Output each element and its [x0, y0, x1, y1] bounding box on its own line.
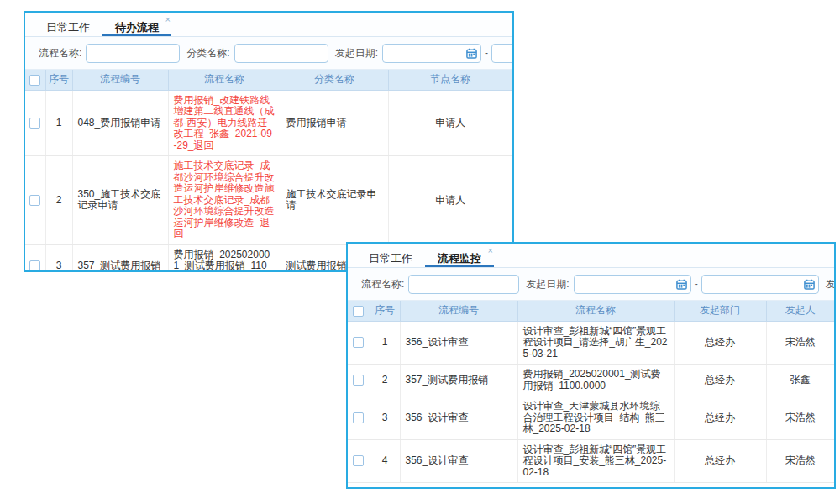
cell-dept: 总经办: [674, 396, 766, 440]
tab-label: 流程监控: [438, 252, 481, 265]
cell-name: 费用报销_2025020001_测试费用报销_1100.0000: [517, 365, 674, 396]
calendar-icon[interactable]: [676, 279, 687, 290]
tab-close-icon[interactable]: ×: [165, 15, 171, 24]
cell-category: 费用报销申请: [281, 90, 388, 156]
row-select-cell: [348, 365, 370, 396]
tab-label: 待办流程: [115, 21, 159, 34]
cell-no: 2: [370, 365, 400, 396]
cell-dept: 总经办: [674, 321, 766, 365]
row-checkbox[interactable]: [353, 375, 364, 386]
col-header-name: 流程名称: [517, 301, 674, 321]
col-header-user: 发起人: [766, 301, 834, 321]
cell-user: 宋浩然: [766, 321, 834, 365]
process-monitor-table: 序号 流程编号 流程名称 发起部门 发起人 1356_设计审查设计审查_彭祖新城…: [348, 301, 834, 483]
cell-code: 356_设计审查: [400, 396, 517, 440]
row-checkbox[interactable]: [353, 337, 364, 348]
cell-name: 设计审查_彭祖新城“四馆”景观工程设计项目_安装_熊三林_2025-02-18: [517, 439, 674, 483]
process-name-input[interactable]: [86, 44, 180, 63]
calendar-icon[interactable]: [466, 48, 477, 59]
cell-no: 2: [45, 156, 72, 245]
tab-daily-work[interactable]: 日常工作: [34, 15, 102, 36]
process-name-label: 流程名称:: [39, 46, 81, 60]
select-all-cell: [348, 301, 370, 321]
initiator-label: 发起人:: [826, 277, 834, 291]
calendar-icon[interactable]: [804, 279, 815, 290]
row-checkbox[interactable]: [29, 118, 40, 129]
cell-dept: 总经办: [674, 439, 766, 483]
cell-code: 357_测试费用报销: [400, 365, 517, 396]
cell-category: 施工技术交底记录申请: [281, 156, 388, 245]
cell-code: 048_费用报销申请: [72, 90, 168, 156]
start-date-to-input[interactable]: [491, 44, 512, 63]
row-select-cell: [348, 396, 370, 440]
tab-bar: 日常工作 待办流程 ×: [25, 13, 512, 37]
start-date-to-input[interactable]: [701, 275, 819, 294]
cell-code: 356_设计审查: [400, 321, 517, 365]
row-checkbox[interactable]: [353, 455, 364, 466]
cell-dept: 总经办: [674, 365, 766, 396]
table-row: 4356_设计审查设计审查_彭祖新城“四馆”景观工程设计项目_安装_熊三林_20…: [348, 439, 834, 483]
col-header-code: 流程编号: [72, 70, 168, 90]
row-checkbox[interactable]: [353, 412, 364, 423]
col-header-category: 分类名称: [281, 70, 388, 90]
col-header-no: 序号: [370, 301, 400, 321]
table-header-row: 序号 流程编号 流程名称 发起部门 发起人: [348, 301, 834, 321]
pending-process-panel: 日常工作 待办流程 × 流程名称: 分类名称: 发起日期: -: [24, 11, 514, 272]
tab-daily-work[interactable]: 日常工作: [356, 246, 425, 267]
cell-no: 4: [370, 439, 400, 483]
cell-name: 费用报销_2025020001_测试费用报销_1100.0000: [168, 244, 281, 272]
cell-name: 设计审查_天津蒙城县水环境综合治理工程设计项目_结构_熊三林_2025-02-1…: [517, 396, 674, 440]
process-name-label: 流程名称:: [361, 277, 404, 291]
row-select-cell: [25, 244, 45, 272]
process-name-input[interactable]: [408, 275, 519, 294]
cell-name: 设计审查_彭祖新城“四馆”景观工程设计项目_请选择_胡广生_2025-03-21: [517, 321, 674, 365]
cell-name: 费用报销_改建铁路线增建第二线直通线（成都-西安）电力线路迁改工程_张鑫_202…: [168, 90, 281, 156]
cell-node: 申请人: [388, 90, 512, 156]
row-select-cell: [348, 439, 370, 483]
select-all-checkbox[interactable]: [29, 75, 40, 86]
table-row: 2350_施工技术交底记录申请施工技术交底记录_成都沙河环境综合提升改造运河护岸…: [25, 156, 512, 245]
row-checkbox[interactable]: [29, 195, 40, 206]
category-name-input[interactable]: [234, 44, 328, 63]
table-row: 2357_测试费用报销费用报销_2025020001_测试费用报销_1100.0…: [348, 365, 834, 396]
row-select-cell: [25, 156, 45, 245]
tab-pending-process[interactable]: 待办流程 ×: [102, 15, 171, 36]
category-name-label: 分类名称:: [186, 46, 229, 60]
cell-code: 356_设计审查: [400, 439, 517, 483]
select-all-checkbox[interactable]: [353, 306, 364, 317]
cell-no: 3: [370, 396, 400, 440]
table-row: 3356_设计审查设计审查_天津蒙城县水环境综合治理工程设计项目_结构_熊三林_…: [348, 396, 834, 440]
tab-close-icon[interactable]: ×: [488, 246, 493, 255]
cell-user: 宋浩然: [766, 439, 834, 483]
start-date-label: 发起日期:: [526, 277, 569, 291]
date-range-separator: -: [485, 47, 488, 59]
col-header-name: 流程名称: [168, 70, 281, 90]
cell-no: 1: [45, 90, 72, 156]
table-row: 1048_费用报销申请费用报销_改建铁路线增建第二线直通线（成都-西安）电力线路…: [25, 90, 512, 156]
cell-no: 1: [370, 321, 400, 365]
tab-bar: 日常工作 流程监控 ×: [348, 244, 834, 268]
process-monitor-panel: 日常工作 流程监控 × 流程名称: 发起日期: -: [346, 242, 836, 489]
cell-name: 施工技术交底记录_成都沙河环境综合提升改造运河护岸维修改造施工技术交底记录_成都…: [168, 156, 281, 245]
col-header-code: 流程编号: [400, 301, 517, 321]
start-date-label: 发起日期:: [335, 46, 378, 60]
cell-no: 3: [45, 244, 72, 272]
filter-bar: 流程名称: 发起日期: -: [348, 268, 834, 301]
col-header-node: 节点名称: [388, 70, 512, 90]
start-date-from-input[interactable]: [574, 275, 691, 294]
filter-bar: 流程名称: 分类名称: 发起日期: -: [25, 37, 512, 70]
cell-code: 350_施工技术交底记录申请: [72, 156, 168, 245]
cell-user: 张鑫: [766, 365, 834, 396]
cell-user: 宋浩然: [766, 396, 834, 440]
select-all-cell: [25, 70, 45, 90]
col-header-dept: 发起部门: [674, 301, 766, 321]
cell-code: 357_测试费用报销: [72, 244, 168, 272]
date-range-separator: -: [695, 278, 698, 290]
tab-process-monitor[interactable]: 流程监控 ×: [425, 246, 494, 267]
cell-node: 申请人: [388, 156, 512, 245]
row-select-cell: [25, 90, 45, 156]
row-checkbox[interactable]: [29, 260, 40, 271]
table-row: 1356_设计审查设计审查_彭祖新城“四馆”景观工程设计项目_请选择_胡广生_2…: [348, 321, 834, 365]
col-header-no: 序号: [45, 70, 72, 90]
table-header-row: 序号 流程编号 流程名称 分类名称 节点名称: [25, 70, 512, 90]
